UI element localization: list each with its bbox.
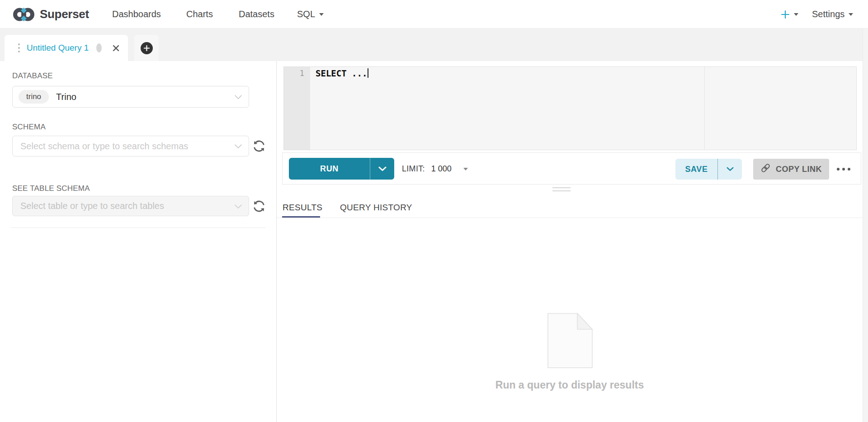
copy-link-label: COPY LINK (776, 165, 822, 174)
limit-value: 1 000 (431, 164, 452, 174)
schema-select[interactable]: Select schema or type to search schemas (12, 136, 249, 156)
query-tab-title[interactable]: Untitled Query 1 (27, 43, 89, 53)
settings-menu[interactable]: Settings (812, 0, 853, 28)
superset-sql-lab: Superset Dashboards Charts Datasets SQL … (0, 0, 868, 422)
scrollbar[interactable] (863, 28, 868, 422)
save-button[interactable]: SAVE (675, 159, 742, 180)
database-label: DATABASE (12, 71, 53, 81)
run-dropdown-button[interactable] (370, 158, 394, 180)
nav-item-sql[interactable]: SQL (297, 0, 324, 28)
table-select: Select table or type to search tables (12, 196, 249, 216)
sidebar-divider (11, 228, 266, 228)
sql-lab-sidebar: DATABASE trino Trino SCHEMA Select schem… (0, 61, 277, 422)
save-dropdown-button[interactable] (718, 159, 742, 180)
sql-code-text: SELECT ... (316, 68, 367, 78)
caret-down-icon (794, 13, 798, 16)
caret-down-icon (849, 13, 853, 16)
superset-logo-icon[interactable] (12, 6, 36, 25)
new-item-button[interactable] (781, 0, 798, 28)
query-status-dot (96, 43, 102, 52)
limit-label: LIMIT: (402, 164, 425, 174)
plus-icon (781, 10, 790, 19)
query-tab-bar: Untitled Query 1 (0, 28, 868, 61)
nav-item-datasets[interactable]: Datasets (239, 0, 274, 28)
sql-code-editor[interactable]: 1 SELECT ... (283, 66, 857, 150)
caret-down-icon (463, 168, 468, 171)
limit-dropdown[interactable]: LIMIT: 1 000 (402, 153, 468, 185)
navbar: Superset Dashboards Charts Datasets SQL … (0, 0, 868, 28)
nav-item-charts[interactable]: Charts (186, 0, 213, 28)
empty-results-message: Run a query to display results (277, 379, 863, 391)
tab-query-history[interactable]: QUERY HISTORY (340, 202, 412, 213)
chevron-down-icon (235, 93, 242, 101)
query-tab-active[interactable]: Untitled Query 1 (5, 35, 128, 61)
link-icon (760, 163, 771, 175)
tab-results[interactable]: RESULTS (283, 202, 322, 213)
document-icon (547, 313, 593, 370)
chevron-down-icon (235, 202, 242, 210)
sql-editor-pane: 1 SELECT ... RUN LIMIT: 1 000 SAV (277, 61, 863, 422)
editor-toolbar: RUN LIMIT: 1 000 SAVE (282, 152, 861, 185)
close-icon[interactable] (112, 44, 120, 52)
print-margin-line (704, 67, 705, 150)
chevron-down-icon (235, 142, 242, 150)
plus-circle-icon (141, 42, 153, 54)
more-options-button[interactable] (832, 153, 855, 185)
database-select-value: Trino (56, 92, 76, 102)
schema-label: SCHEMA (12, 123, 46, 132)
table-schema-label: SEE TABLE SCHEMA (12, 184, 90, 193)
brand-name[interactable]: Superset (40, 0, 89, 28)
database-select[interactable]: trino Trino (12, 86, 249, 108)
text-cursor (368, 68, 368, 78)
drag-handle-icon[interactable] (18, 43, 20, 52)
editor-gutter: 1 (284, 67, 310, 150)
caret-down-icon (319, 13, 324, 16)
copy-link-button[interactable]: COPY LINK (753, 159, 829, 180)
line-number: 1 (284, 68, 310, 78)
refresh-tables-icon[interactable] (251, 198, 267, 214)
run-button[interactable]: RUN (289, 158, 394, 180)
nav-item-dashboards[interactable]: Dashboards (112, 0, 161, 28)
add-tab-button[interactable] (134, 35, 159, 61)
code-line: SELECT ... (316, 68, 368, 78)
pane-resize-handle[interactable] (543, 186, 580, 193)
schema-select-placeholder: Select schema or type to search schemas (20, 141, 188, 152)
refresh-schemas-icon[interactable] (251, 138, 267, 154)
database-type-pill: trino (19, 90, 49, 104)
tabs-divider (277, 218, 863, 218)
table-select-placeholder: Select table or type to search tables (20, 201, 164, 211)
